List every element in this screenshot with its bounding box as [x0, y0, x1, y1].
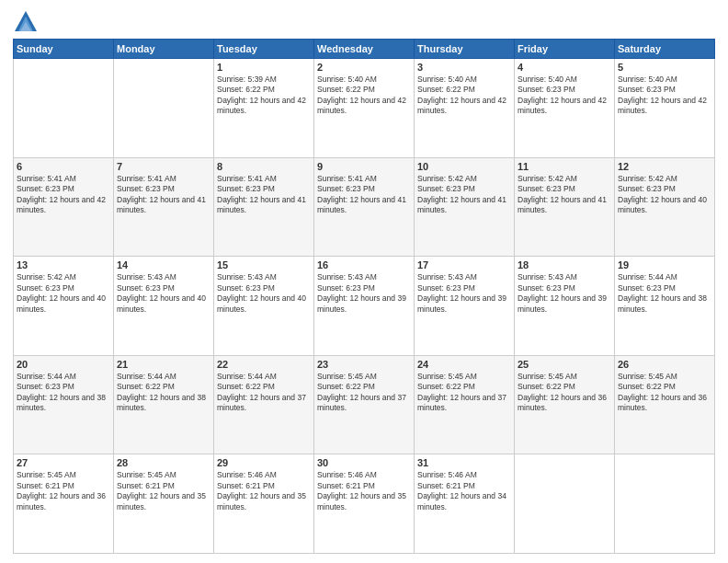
- calendar-cell: 17Sunrise: 5:43 AM Sunset: 6:23 PM Dayli…: [415, 257, 515, 356]
- day-info: Sunrise: 5:40 AM Sunset: 6:23 PM Dayligh…: [618, 75, 711, 117]
- calendar-cell: 8Sunrise: 5:41 AM Sunset: 6:23 PM Daylig…: [214, 157, 314, 257]
- page: SundayMondayTuesdayWednesdayThursdayFrid…: [0, 0, 728, 563]
- day-info: Sunrise: 5:45 AM Sunset: 6:22 PM Dayligh…: [417, 372, 511, 414]
- day-info: Sunrise: 5:45 AM Sunset: 6:21 PM Dayligh…: [117, 470, 210, 512]
- calendar-cell: 29Sunrise: 5:46 AM Sunset: 6:21 PM Dayli…: [214, 454, 314, 554]
- day-info: Sunrise: 5:43 AM Sunset: 6:23 PM Dayligh…: [117, 272, 210, 315]
- header: [13, 9, 715, 35]
- day-header-tuesday: Tuesday: [214, 40, 314, 59]
- calendar-cell: 27Sunrise: 5:45 AM Sunset: 6:21 PM Dayli…: [14, 454, 114, 554]
- day-info: Sunrise: 5:42 AM Sunset: 6:23 PM Dayligh…: [17, 272, 110, 315]
- calendar-cell: 14Sunrise: 5:43 AM Sunset: 6:23 PM Dayli…: [114, 257, 214, 356]
- day-info: Sunrise: 5:46 AM Sunset: 6:21 PM Dayligh…: [417, 470, 511, 512]
- calendar-cell: 7Sunrise: 5:41 AM Sunset: 6:23 PM Daylig…: [114, 157, 214, 257]
- day-info: Sunrise: 5:43 AM Sunset: 6:23 PM Dayligh…: [417, 272, 511, 315]
- day-number: 3: [417, 62, 511, 73]
- day-number: 26: [618, 359, 711, 370]
- calendar-cell: 26Sunrise: 5:45 AM Sunset: 6:22 PM Dayli…: [615, 355, 715, 454]
- day-number: 23: [317, 359, 411, 370]
- day-number: 31: [417, 457, 511, 468]
- calendar-cell: 23Sunrise: 5:45 AM Sunset: 6:22 PM Dayli…: [314, 355, 415, 454]
- day-info: Sunrise: 5:46 AM Sunset: 6:21 PM Dayligh…: [317, 470, 411, 512]
- calendar-cell: 4Sunrise: 5:40 AM Sunset: 6:23 PM Daylig…: [515, 59, 615, 158]
- day-number: 10: [417, 161, 511, 172]
- calendar-table: SundayMondayTuesdayWednesdayThursdayFrid…: [13, 39, 715, 554]
- day-number: 11: [518, 161, 611, 172]
- calendar-cell: 19Sunrise: 5:44 AM Sunset: 6:23 PM Dayli…: [615, 257, 715, 356]
- calendar-cell: 1Sunrise: 5:39 AM Sunset: 6:22 PM Daylig…: [214, 59, 314, 158]
- day-number: 18: [518, 259, 611, 270]
- day-number: 15: [217, 259, 311, 270]
- day-info: Sunrise: 5:39 AM Sunset: 6:22 PM Dayligh…: [217, 75, 311, 117]
- day-number: 7: [117, 161, 210, 172]
- day-info: Sunrise: 5:42 AM Sunset: 6:23 PM Dayligh…: [518, 174, 611, 216]
- calendar-cell: 3Sunrise: 5:40 AM Sunset: 6:22 PM Daylig…: [415, 59, 515, 158]
- calendar-cell: 24Sunrise: 5:45 AM Sunset: 6:22 PM Dayli…: [415, 355, 515, 454]
- day-number: 6: [17, 161, 110, 172]
- calendar-cell: 16Sunrise: 5:43 AM Sunset: 6:23 PM Dayli…: [314, 257, 415, 356]
- calendar-cell: 21Sunrise: 5:44 AM Sunset: 6:22 PM Dayli…: [114, 355, 214, 454]
- day-number: 14: [117, 259, 210, 270]
- calendar-cell: 31Sunrise: 5:46 AM Sunset: 6:21 PM Dayli…: [415, 454, 515, 554]
- logo-icon: [13, 9, 39, 35]
- day-info: Sunrise: 5:44 AM Sunset: 6:23 PM Dayligh…: [618, 272, 711, 315]
- day-info: Sunrise: 5:46 AM Sunset: 6:21 PM Dayligh…: [217, 470, 311, 512]
- day-header-thursday: Thursday: [415, 40, 515, 59]
- calendar-header-row: SundayMondayTuesdayWednesdayThursdayFrid…: [14, 40, 715, 59]
- calendar-cell: [14, 59, 114, 158]
- day-info: Sunrise: 5:43 AM Sunset: 6:23 PM Dayligh…: [518, 272, 611, 315]
- day-number: 27: [17, 457, 110, 468]
- calendar-cell: 9Sunrise: 5:41 AM Sunset: 6:23 PM Daylig…: [314, 157, 415, 257]
- calendar-cell: 11Sunrise: 5:42 AM Sunset: 6:23 PM Dayli…: [515, 157, 615, 257]
- day-info: Sunrise: 5:44 AM Sunset: 6:22 PM Dayligh…: [217, 372, 311, 414]
- day-info: Sunrise: 5:45 AM Sunset: 6:22 PM Dayligh…: [618, 372, 711, 414]
- day-info: Sunrise: 5:40 AM Sunset: 6:23 PM Dayligh…: [518, 75, 611, 117]
- day-number: 13: [17, 259, 110, 270]
- day-info: Sunrise: 5:45 AM Sunset: 6:22 PM Dayligh…: [518, 372, 611, 414]
- calendar-cell: [615, 454, 715, 554]
- calendar-cell: 10Sunrise: 5:42 AM Sunset: 6:23 PM Dayli…: [415, 157, 515, 257]
- calendar-cell: 15Sunrise: 5:43 AM Sunset: 6:23 PM Dayli…: [214, 257, 314, 356]
- day-info: Sunrise: 5:40 AM Sunset: 6:22 PM Dayligh…: [317, 75, 411, 117]
- calendar-cell: 20Sunrise: 5:44 AM Sunset: 6:23 PM Dayli…: [14, 355, 114, 454]
- calendar-cell: 22Sunrise: 5:44 AM Sunset: 6:22 PM Dayli…: [214, 355, 314, 454]
- calendar-cell: 18Sunrise: 5:43 AM Sunset: 6:23 PM Dayli…: [515, 257, 615, 356]
- day-info: Sunrise: 5:44 AM Sunset: 6:22 PM Dayligh…: [117, 372, 210, 414]
- day-number: 16: [317, 259, 411, 270]
- calendar-week-2: 6Sunrise: 5:41 AM Sunset: 6:23 PM Daylig…: [14, 157, 715, 257]
- calendar-week-5: 27Sunrise: 5:45 AM Sunset: 6:21 PM Dayli…: [14, 454, 715, 554]
- day-number: 29: [217, 457, 311, 468]
- day-info: Sunrise: 5:42 AM Sunset: 6:23 PM Dayligh…: [618, 174, 711, 216]
- day-number: 20: [17, 359, 110, 370]
- day-number: 30: [317, 457, 411, 468]
- day-header-monday: Monday: [114, 40, 214, 59]
- calendar-cell: 6Sunrise: 5:41 AM Sunset: 6:23 PM Daylig…: [14, 157, 114, 257]
- day-number: 4: [518, 62, 611, 73]
- day-header-saturday: Saturday: [615, 40, 715, 59]
- day-info: Sunrise: 5:44 AM Sunset: 6:23 PM Dayligh…: [17, 372, 110, 414]
- day-number: 22: [217, 359, 311, 370]
- calendar-cell: [114, 59, 214, 158]
- day-info: Sunrise: 5:40 AM Sunset: 6:22 PM Dayligh…: [417, 75, 511, 117]
- calendar-week-1: 1Sunrise: 5:39 AM Sunset: 6:22 PM Daylig…: [14, 59, 715, 158]
- calendar-cell: 5Sunrise: 5:40 AM Sunset: 6:23 PM Daylig…: [615, 59, 715, 158]
- day-number: 8: [217, 161, 311, 172]
- day-info: Sunrise: 5:45 AM Sunset: 6:21 PM Dayligh…: [17, 470, 110, 512]
- day-number: 21: [117, 359, 210, 370]
- calendar-cell: 28Sunrise: 5:45 AM Sunset: 6:21 PM Dayli…: [114, 454, 214, 554]
- calendar-cell: [515, 454, 615, 554]
- day-info: Sunrise: 5:41 AM Sunset: 6:23 PM Dayligh…: [217, 174, 311, 216]
- day-number: 25: [518, 359, 611, 370]
- day-info: Sunrise: 5:41 AM Sunset: 6:23 PM Dayligh…: [317, 174, 411, 216]
- logo: [13, 9, 42, 35]
- day-info: Sunrise: 5:41 AM Sunset: 6:23 PM Dayligh…: [17, 174, 110, 216]
- calendar-cell: 30Sunrise: 5:46 AM Sunset: 6:21 PM Dayli…: [314, 454, 415, 554]
- day-number: 12: [618, 161, 711, 172]
- day-number: 2: [317, 62, 411, 73]
- day-number: 9: [317, 161, 411, 172]
- day-info: Sunrise: 5:45 AM Sunset: 6:22 PM Dayligh…: [317, 372, 411, 414]
- calendar-cell: 13Sunrise: 5:42 AM Sunset: 6:23 PM Dayli…: [14, 257, 114, 356]
- calendar-cell: 25Sunrise: 5:45 AM Sunset: 6:22 PM Dayli…: [515, 355, 615, 454]
- day-header-friday: Friday: [515, 40, 615, 59]
- calendar-week-4: 20Sunrise: 5:44 AM Sunset: 6:23 PM Dayli…: [14, 355, 715, 454]
